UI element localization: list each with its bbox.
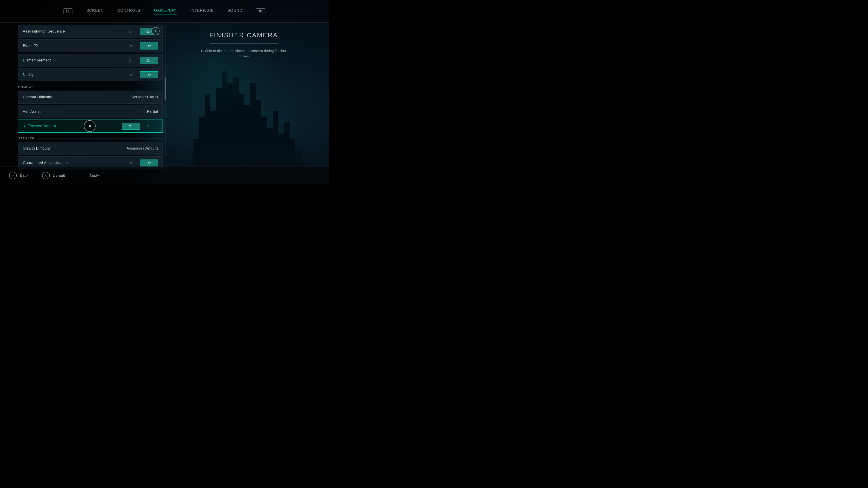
- row-assassination-sequence[interactable]: Assassination Sequence Off On: [18, 25, 163, 38]
- scroll-thumb: [164, 77, 166, 100]
- toggle-dismemberment[interactable]: Off On: [122, 57, 158, 64]
- label-combat-difficulty: Combat Difficulty: [23, 95, 131, 99]
- on-btn-nudity[interactable]: On: [140, 71, 158, 78]
- apply-label: Apply: [90, 173, 99, 177]
- row-finisher-camera[interactable]: ★ Finisher Camera Off On: [18, 120, 163, 133]
- back-label: Back: [20, 173, 29, 177]
- right-nav-button[interactable]: R1: [256, 8, 266, 14]
- off-btn-nudity[interactable]: Off: [122, 72, 140, 78]
- scroll-bar[interactable]: [164, 25, 166, 156]
- row-aim-assist[interactable]: Aim Assist Partial: [18, 105, 163, 118]
- default-action[interactable]: △ Default: [42, 172, 65, 180]
- section-header-combat: Combat: [18, 86, 163, 89]
- row-stealth-difficulty[interactable]: Stealth Difficulty Assassin (Default): [18, 142, 163, 155]
- label-stealth-difficulty: Stealth Difficulty: [23, 147, 127, 151]
- toggle-guaranteed-assassination[interactable]: Off On: [122, 160, 158, 166]
- label-dismemberment: Dismemberment: [23, 58, 122, 62]
- section-header-stealth: Stealth: [18, 137, 163, 140]
- circle-selector: [84, 120, 96, 132]
- apply-button-icon: □: [79, 172, 86, 180]
- toggle-finisher-camera[interactable]: Off On: [122, 123, 158, 130]
- settings-panel: Assassination Sequence Off On Blood FX O…: [18, 25, 163, 171]
- tab-controls[interactable]: Controls: [117, 8, 141, 14]
- tab-sound[interactable]: Sound: [227, 8, 242, 14]
- r-indicator: R: [151, 27, 160, 35]
- row-nudity[interactable]: Nudity Off On: [18, 68, 163, 81]
- label-aim-assist: Aim Assist: [23, 109, 147, 113]
- row-combat-difficulty[interactable]: Combat Difficulty Berserkr (Hard): [18, 91, 163, 104]
- tab-gameplay[interactable]: Gameplay: [154, 8, 177, 14]
- label-blood-fx: Blood FX: [23, 44, 122, 48]
- value-aim-assist: Partial: [147, 109, 158, 113]
- label-guaranteed-assassination: Guaranteed Assassination: [23, 161, 122, 165]
- off-btn-blood-fx[interactable]: Off: [122, 43, 140, 49]
- bottom-bar: ○ Back △ Default □ Apply: [0, 166, 329, 184]
- toggle-blood-fx[interactable]: Off On: [122, 42, 158, 50]
- nav-bar: L1 Screen Controls Gameplay Interface So…: [0, 0, 329, 23]
- value-combat-difficulty: Berserkr (Hard): [131, 95, 158, 99]
- detail-description: Enable or disable the cinematic camera d…: [196, 48, 291, 59]
- row-blood-fx[interactable]: Blood FX Off On: [18, 39, 163, 53]
- value-stealth-difficulty: Assassin (Default): [127, 147, 158, 151]
- toggle-nudity[interactable]: Off On: [122, 71, 158, 78]
- on-btn-dismemberment[interactable]: On: [140, 57, 158, 64]
- off-btn-finisher-camera[interactable]: Off: [122, 123, 141, 130]
- label-nudity: Nudity: [23, 73, 122, 77]
- row-dismemberment[interactable]: Dismemberment Off On: [18, 54, 163, 67]
- apply-action[interactable]: □ Apply: [79, 172, 99, 180]
- back-button-icon: ○: [9, 172, 17, 180]
- default-button-icon: △: [42, 172, 50, 180]
- default-label: Default: [53, 173, 65, 177]
- off-btn-guaranteed-assassination[interactable]: Off: [122, 160, 140, 166]
- left-nav-button[interactable]: L1: [63, 8, 73, 14]
- on-btn-blood-fx[interactable]: On: [140, 42, 158, 50]
- back-action[interactable]: ○ Back: [9, 172, 29, 180]
- off-btn-assassination-sequence[interactable]: Off: [122, 28, 140, 35]
- on-btn-guaranteed-assassination[interactable]: On: [140, 160, 158, 166]
- detail-title: Finisher Camera: [167, 32, 320, 39]
- label-assassination-sequence: Assassination Sequence: [23, 29, 122, 33]
- on-btn-finisher-camera[interactable]: On: [141, 123, 158, 129]
- off-btn-dismemberment[interactable]: Off: [122, 57, 140, 64]
- detail-panel: Finisher Camera Enable or disable the ci…: [167, 27, 320, 59]
- tab-interface[interactable]: Interface: [190, 8, 214, 14]
- selected-indicator: ★: [23, 124, 26, 128]
- tab-screen[interactable]: Screen: [86, 8, 104, 14]
